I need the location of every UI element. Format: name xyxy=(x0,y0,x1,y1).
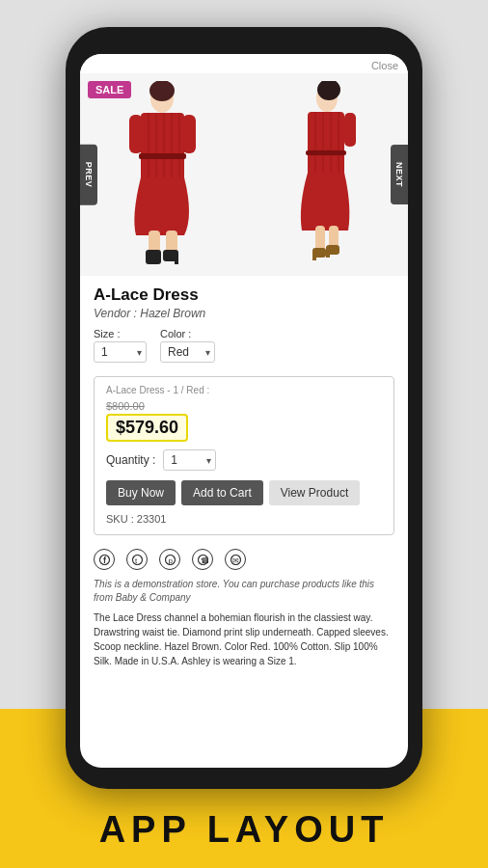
buttons-row: Buy Now Add to Cart View Product xyxy=(106,480,382,505)
quantity-row: Quantity : 1 2 3 xyxy=(106,449,382,471)
svg-rect-30 xyxy=(326,251,330,258)
color-selector-group: Color : Red Blue Black xyxy=(160,328,215,363)
product-image-2 xyxy=(244,73,408,276)
svg-rect-29 xyxy=(312,253,316,260)
dress-svg-2 xyxy=(290,81,363,269)
add-to-cart-button[interactable]: Add to Cart xyxy=(181,480,263,505)
buy-now-button[interactable]: Buy Now xyxy=(106,480,176,505)
dress-svg-1 xyxy=(122,81,203,269)
color-label: Color : xyxy=(160,328,215,339)
svg-point-1 xyxy=(149,81,175,101)
svg-rect-23 xyxy=(306,150,346,155)
screen-scroll[interactable]: SALE PREV xyxy=(80,73,408,768)
next-arrow[interactable]: NEXT xyxy=(391,145,408,204)
svg-text:✉: ✉ xyxy=(232,556,239,564)
original-price: $800.00 xyxy=(106,400,382,412)
demo-notice: This is a demonstration store. You can p… xyxy=(94,578,394,605)
facebook-icon[interactable]: f xyxy=(94,549,115,570)
email-icon[interactable]: ✉ xyxy=(225,549,246,570)
size-label: Size : xyxy=(94,328,147,339)
vendor-name: Vendor : Hazel Brown xyxy=(94,307,394,320)
svg-rect-15 xyxy=(175,258,178,264)
selectors-row: Size : 1 2 3 Color : xyxy=(94,328,394,363)
background: APP LAYOUT Close SALE PREV xyxy=(0,0,488,868)
svg-text:p: p xyxy=(168,556,173,565)
quantity-dropdown-wrapper: 1 2 3 xyxy=(163,449,216,471)
variant-box: A-Lace Dress - 1 / Red : $800.00 $579.60… xyxy=(94,376,394,535)
product-images: SALE PREV xyxy=(80,73,408,276)
product-image-1 xyxy=(80,73,244,276)
svg-rect-13 xyxy=(146,250,161,264)
svg-point-33 xyxy=(132,555,142,564)
phone-screen: Close SALE PREV xyxy=(80,54,408,768)
product-name: A-Lace Dress xyxy=(94,285,394,305)
svg-rect-24 xyxy=(344,113,356,147)
sale-badge: SALE xyxy=(88,81,131,98)
svg-rect-8 xyxy=(139,153,186,159)
description-area: This is a demonstration store. You can p… xyxy=(80,574,408,676)
size-selector-group: Size : 1 2 3 xyxy=(94,328,147,363)
color-dropdown[interactable]: Red Blue Black xyxy=(160,341,215,363)
product-info: A-Lace Dress Vendor : Hazel Brown Size :… xyxy=(80,276,408,376)
phone-frame: Close SALE PREV xyxy=(66,27,422,789)
color-dropdown-wrapper: Red Blue Black xyxy=(160,341,215,363)
app-layout-title: APP LAYOUT xyxy=(0,809,488,851)
product-description: The Lace Dress channel a bohemian flouri… xyxy=(94,610,394,668)
size-dropdown[interactable]: 1 2 3 xyxy=(94,341,147,363)
svg-rect-9 xyxy=(129,115,143,153)
twitter-icon[interactable]: t xyxy=(126,549,148,570)
quantity-label: Quantity : xyxy=(106,453,155,467)
social-row: f t p ☎ ✉ xyxy=(80,541,408,574)
size-dropdown-wrapper: 1 2 3 xyxy=(94,341,147,363)
phone-icon[interactable]: ☎ xyxy=(192,549,213,570)
screen-header: Close xyxy=(80,54,408,73)
close-button[interactable]: Close xyxy=(371,60,398,71)
svg-rect-10 xyxy=(182,115,196,153)
view-product-button[interactable]: View Product xyxy=(269,480,360,505)
svg-text:☎: ☎ xyxy=(200,556,208,564)
pinterest-icon[interactable]: p xyxy=(159,549,180,570)
prev-arrow[interactable]: PREV xyxy=(80,145,97,205)
variant-label: A-Lace Dress - 1 / Red : xyxy=(106,385,382,395)
sale-price: $579.60 xyxy=(106,414,188,442)
svg-text:t: t xyxy=(135,556,138,565)
quantity-dropdown[interactable]: 1 2 3 xyxy=(163,449,216,471)
sku-info: SKU : 23301 xyxy=(106,513,382,525)
